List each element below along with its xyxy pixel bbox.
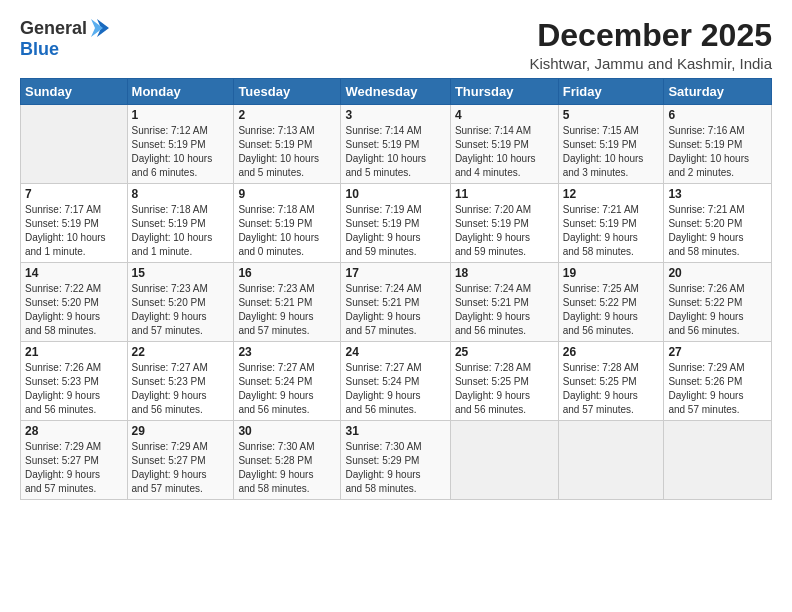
main-title: December 2025 xyxy=(529,18,772,53)
day-number: 30 xyxy=(238,424,336,438)
header: General Blue December 2025 Kishtwar, Jam… xyxy=(20,18,772,72)
calendar-cell: 1Sunrise: 7:12 AMSunset: 5:19 PMDaylight… xyxy=(127,105,234,184)
day-number: 23 xyxy=(238,345,336,359)
calendar-cell: 29Sunrise: 7:29 AMSunset: 5:27 PMDayligh… xyxy=(127,421,234,500)
day-number: 2 xyxy=(238,108,336,122)
weekday-header-friday: Friday xyxy=(558,79,664,105)
calendar-cell: 17Sunrise: 7:24 AMSunset: 5:21 PMDayligh… xyxy=(341,263,450,342)
day-info: Sunrise: 7:18 AMSunset: 5:19 PMDaylight:… xyxy=(132,203,230,259)
weekday-header-tuesday: Tuesday xyxy=(234,79,341,105)
day-info: Sunrise: 7:23 AMSunset: 5:21 PMDaylight:… xyxy=(238,282,336,338)
day-number: 26 xyxy=(563,345,660,359)
calendar-cell xyxy=(558,421,664,500)
day-number: 6 xyxy=(668,108,767,122)
calendar-cell: 7Sunrise: 7:17 AMSunset: 5:19 PMDaylight… xyxy=(21,184,128,263)
day-info: Sunrise: 7:29 AMSunset: 5:26 PMDaylight:… xyxy=(668,361,767,417)
day-info: Sunrise: 7:19 AMSunset: 5:19 PMDaylight:… xyxy=(345,203,445,259)
day-info: Sunrise: 7:24 AMSunset: 5:21 PMDaylight:… xyxy=(345,282,445,338)
day-info: Sunrise: 7:27 AMSunset: 5:23 PMDaylight:… xyxy=(132,361,230,417)
calendar-header: SundayMondayTuesdayWednesdayThursdayFrid… xyxy=(21,79,772,105)
calendar-cell: 9Sunrise: 7:18 AMSunset: 5:19 PMDaylight… xyxy=(234,184,341,263)
calendar-cell: 31Sunrise: 7:30 AMSunset: 5:29 PMDayligh… xyxy=(341,421,450,500)
day-info: Sunrise: 7:27 AMSunset: 5:24 PMDaylight:… xyxy=(345,361,445,417)
calendar-body: 1Sunrise: 7:12 AMSunset: 5:19 PMDaylight… xyxy=(21,105,772,500)
calendar-cell xyxy=(21,105,128,184)
day-number: 7 xyxy=(25,187,123,201)
day-number: 1 xyxy=(132,108,230,122)
day-number: 10 xyxy=(345,187,445,201)
calendar-cell: 14Sunrise: 7:22 AMSunset: 5:20 PMDayligh… xyxy=(21,263,128,342)
calendar-cell: 24Sunrise: 7:27 AMSunset: 5:24 PMDayligh… xyxy=(341,342,450,421)
calendar-cell: 15Sunrise: 7:23 AMSunset: 5:20 PMDayligh… xyxy=(127,263,234,342)
calendar-week-row: 1Sunrise: 7:12 AMSunset: 5:19 PMDaylight… xyxy=(21,105,772,184)
calendar-cell: 28Sunrise: 7:29 AMSunset: 5:27 PMDayligh… xyxy=(21,421,128,500)
day-info: Sunrise: 7:29 AMSunset: 5:27 PMDaylight:… xyxy=(132,440,230,496)
day-info: Sunrise: 7:30 AMSunset: 5:28 PMDaylight:… xyxy=(238,440,336,496)
day-info: Sunrise: 7:27 AMSunset: 5:24 PMDaylight:… xyxy=(238,361,336,417)
day-info: Sunrise: 7:16 AMSunset: 5:19 PMDaylight:… xyxy=(668,124,767,180)
day-number: 18 xyxy=(455,266,554,280)
day-number: 4 xyxy=(455,108,554,122)
day-info: Sunrise: 7:25 AMSunset: 5:22 PMDaylight:… xyxy=(563,282,660,338)
day-number: 13 xyxy=(668,187,767,201)
weekday-header-saturday: Saturday xyxy=(664,79,772,105)
day-number: 9 xyxy=(238,187,336,201)
subtitle: Kishtwar, Jammu and Kashmir, India xyxy=(529,55,772,72)
calendar-cell: 30Sunrise: 7:30 AMSunset: 5:28 PMDayligh… xyxy=(234,421,341,500)
day-number: 25 xyxy=(455,345,554,359)
logo-icon xyxy=(89,17,111,39)
day-number: 17 xyxy=(345,266,445,280)
day-number: 8 xyxy=(132,187,230,201)
calendar-cell xyxy=(664,421,772,500)
calendar-cell: 8Sunrise: 7:18 AMSunset: 5:19 PMDaylight… xyxy=(127,184,234,263)
calendar-week-row: 28Sunrise: 7:29 AMSunset: 5:27 PMDayligh… xyxy=(21,421,772,500)
day-info: Sunrise: 7:14 AMSunset: 5:19 PMDaylight:… xyxy=(455,124,554,180)
calendar-cell: 25Sunrise: 7:28 AMSunset: 5:25 PMDayligh… xyxy=(450,342,558,421)
calendar-cell: 12Sunrise: 7:21 AMSunset: 5:19 PMDayligh… xyxy=(558,184,664,263)
day-number: 11 xyxy=(455,187,554,201)
calendar-week-row: 7Sunrise: 7:17 AMSunset: 5:19 PMDaylight… xyxy=(21,184,772,263)
weekday-row: SundayMondayTuesdayWednesdayThursdayFrid… xyxy=(21,79,772,105)
calendar-cell: 22Sunrise: 7:27 AMSunset: 5:23 PMDayligh… xyxy=(127,342,234,421)
calendar-cell: 16Sunrise: 7:23 AMSunset: 5:21 PMDayligh… xyxy=(234,263,341,342)
calendar-cell: 2Sunrise: 7:13 AMSunset: 5:19 PMDaylight… xyxy=(234,105,341,184)
day-number: 22 xyxy=(132,345,230,359)
calendar-cell: 13Sunrise: 7:21 AMSunset: 5:20 PMDayligh… xyxy=(664,184,772,263)
day-number: 28 xyxy=(25,424,123,438)
day-info: Sunrise: 7:15 AMSunset: 5:19 PMDaylight:… xyxy=(563,124,660,180)
calendar-cell: 20Sunrise: 7:26 AMSunset: 5:22 PMDayligh… xyxy=(664,263,772,342)
day-info: Sunrise: 7:17 AMSunset: 5:19 PMDaylight:… xyxy=(25,203,123,259)
title-block: December 2025 Kishtwar, Jammu and Kashmi… xyxy=(529,18,772,72)
day-info: Sunrise: 7:23 AMSunset: 5:20 PMDaylight:… xyxy=(132,282,230,338)
page: General Blue December 2025 Kishtwar, Jam… xyxy=(0,0,792,510)
day-info: Sunrise: 7:12 AMSunset: 5:19 PMDaylight:… xyxy=(132,124,230,180)
day-info: Sunrise: 7:21 AMSunset: 5:19 PMDaylight:… xyxy=(563,203,660,259)
day-info: Sunrise: 7:13 AMSunset: 5:19 PMDaylight:… xyxy=(238,124,336,180)
svg-marker-1 xyxy=(91,19,103,37)
day-info: Sunrise: 7:20 AMSunset: 5:19 PMDaylight:… xyxy=(455,203,554,259)
calendar-cell: 21Sunrise: 7:26 AMSunset: 5:23 PMDayligh… xyxy=(21,342,128,421)
logo: General Blue xyxy=(20,18,111,60)
day-number: 3 xyxy=(345,108,445,122)
day-number: 24 xyxy=(345,345,445,359)
day-number: 12 xyxy=(563,187,660,201)
day-number: 15 xyxy=(132,266,230,280)
day-number: 27 xyxy=(668,345,767,359)
weekday-header-thursday: Thursday xyxy=(450,79,558,105)
logo-blue: Blue xyxy=(20,39,59,59)
day-number: 29 xyxy=(132,424,230,438)
day-number: 21 xyxy=(25,345,123,359)
calendar-cell: 18Sunrise: 7:24 AMSunset: 5:21 PMDayligh… xyxy=(450,263,558,342)
day-number: 14 xyxy=(25,266,123,280)
day-number: 20 xyxy=(668,266,767,280)
calendar-cell: 4Sunrise: 7:14 AMSunset: 5:19 PMDaylight… xyxy=(450,105,558,184)
logo-block: General Blue xyxy=(20,18,111,60)
weekday-header-wednesday: Wednesday xyxy=(341,79,450,105)
day-info: Sunrise: 7:24 AMSunset: 5:21 PMDaylight:… xyxy=(455,282,554,338)
calendar-cell: 5Sunrise: 7:15 AMSunset: 5:19 PMDaylight… xyxy=(558,105,664,184)
day-number: 5 xyxy=(563,108,660,122)
day-info: Sunrise: 7:26 AMSunset: 5:23 PMDaylight:… xyxy=(25,361,123,417)
day-info: Sunrise: 7:30 AMSunset: 5:29 PMDaylight:… xyxy=(345,440,445,496)
weekday-header-monday: Monday xyxy=(127,79,234,105)
day-info: Sunrise: 7:29 AMSunset: 5:27 PMDaylight:… xyxy=(25,440,123,496)
